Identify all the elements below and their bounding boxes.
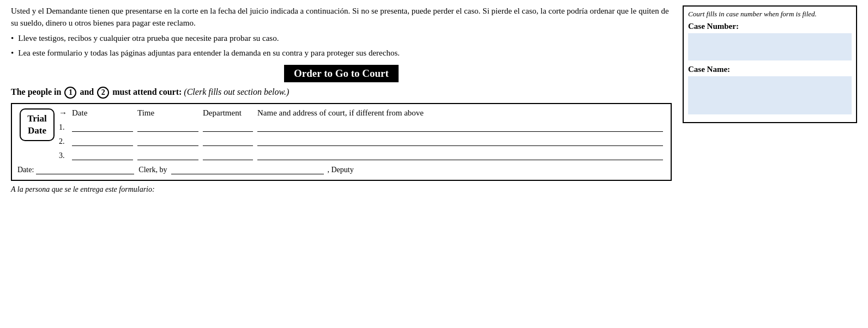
table-row: 1. [17, 119, 665, 133]
circled-1: 1 [64, 87, 76, 99]
case-number-label: Case Number: [688, 22, 852, 31]
order-title-bar: Order to Go to Court [284, 65, 399, 82]
case-name-label: Case Name: [688, 65, 852, 74]
row1-date-cell[interactable] [70, 119, 135, 133]
col-header-date: Date [70, 107, 135, 119]
trial-table-wrapper: TrialDate → Date Time Department Name an… [11, 103, 672, 181]
trial-date-box: TrialDate [20, 108, 55, 141]
trial-label: TrialDate [27, 113, 47, 136]
row2-num-cell: 2. [57, 133, 70, 147]
row3-date-cell[interactable] [70, 147, 135, 161]
row1-num-cell: 1. [57, 119, 70, 133]
case-info-note: Court fills in case number when form is … [688, 10, 852, 19]
row2-name-input[interactable] [257, 134, 663, 146]
case-number-field: Case Number: [688, 22, 852, 60]
bullet-list: Lleve testigos, recibos y cualquier otra… [11, 33, 672, 60]
case-name-field: Case Name: [688, 65, 852, 114]
arrow-cell: → [57, 107, 70, 119]
row1-time-cell[interactable] [135, 119, 201, 133]
row1-name-cell[interactable] [255, 119, 665, 133]
attend-court-line: The people in 1 and 2 must attend court:… [11, 87, 672, 99]
row2-date-input[interactable] [72, 134, 133, 146]
circled-2: 2 [97, 87, 109, 99]
row2-name-cell[interactable] [255, 133, 665, 147]
row3-date-input[interactable] [72, 148, 133, 160]
clerk-fills-note: (Clerk fills out section below.) [184, 87, 289, 96]
row1-time-input[interactable] [137, 120, 198, 132]
spanish-text-section: Usted y el Demandante tienen que present… [11, 5, 672, 59]
bullet-item-1: Lleve testigos, recibos y cualquier otra… [11, 33, 672, 45]
row3-name-cell[interactable] [255, 147, 665, 161]
row1-dept-cell[interactable] [201, 119, 255, 133]
row2-dept-cell[interactable] [201, 133, 255, 147]
row3-dept-cell[interactable] [201, 147, 255, 161]
spanish-paragraph1: Usted y el Demandante tienen que present… [11, 5, 672, 29]
row3-name-input[interactable] [257, 148, 663, 160]
case-info-box: Court fills in case number when form is … [683, 5, 857, 123]
order-section: Order to Go to Court The people in 1 and… [11, 65, 672, 194]
row1-num: 1. [59, 123, 67, 131]
deputy-label: , Deputy [327, 166, 353, 174]
col-header-name: Name and address of court, if different … [255, 107, 665, 119]
date-label: Date: [17, 166, 34, 174]
table-row: 2. [17, 133, 665, 147]
trial-date-cell: TrialDate [17, 107, 57, 161]
col-header-dept: Department [201, 107, 255, 119]
bullet-item-2: Lea este formulario y todas las páginas … [11, 47, 672, 59]
row1-name-input[interactable] [257, 120, 663, 132]
bottom-note: A la persona que se le entrega este form… [11, 185, 672, 194]
row3-dept-input[interactable] [203, 148, 253, 160]
clerk-by-label: Clerk, by [138, 166, 167, 174]
col-header-row: TrialDate → Date Time Department Name an… [17, 107, 665, 119]
right-column: Court fills in case number when form is … [683, 5, 857, 194]
row2-time-input[interactable] [137, 134, 198, 146]
row3-num-cell: 3. [57, 147, 70, 161]
row2-num: 2. [59, 137, 67, 145]
table-row: 3. [17, 147, 665, 161]
row3-num: 3. [59, 151, 67, 160]
clerk-by-input[interactable] [171, 163, 324, 174]
case-name-input-area [688, 76, 852, 114]
order-title-wrapper: Order to Go to Court [11, 65, 672, 82]
row2-dept-input[interactable] [203, 134, 253, 146]
trial-table: TrialDate → Date Time Department Name an… [17, 107, 665, 161]
row3-time-cell[interactable] [135, 147, 201, 161]
col-header-time: Time [135, 107, 201, 119]
clerk-row: Date: Clerk, by , Deputy [17, 163, 665, 174]
row2-time-cell[interactable] [135, 133, 201, 147]
row2-date-cell[interactable] [70, 133, 135, 147]
row3-time-input[interactable] [137, 148, 198, 160]
clerk-date-input[interactable] [36, 163, 134, 174]
case-number-input-area [688, 33, 852, 60]
row1-dept-input[interactable] [203, 120, 253, 132]
row1-date-input[interactable] [72, 120, 133, 132]
